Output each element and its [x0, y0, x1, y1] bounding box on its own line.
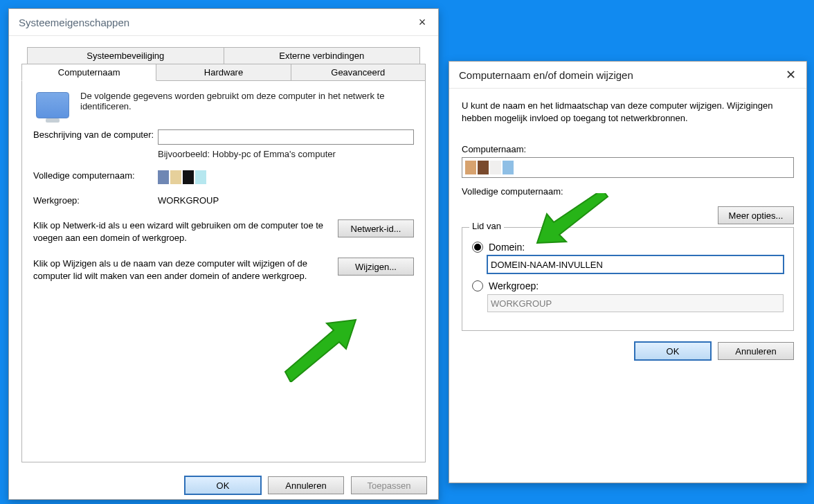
titlebar: Systeemeigenschappen × — [9, 9, 438, 36]
tab-body: De volgende gegevens worden gebruikt om … — [21, 81, 426, 462]
radio-workgroup[interactable]: Werkgroep: — [472, 280, 784, 291]
ok-button[interactable]: OK — [185, 476, 261, 494]
description-input[interactable] — [158, 129, 414, 145]
label-description: Beschrijving van de computer: — [33, 129, 158, 140]
cancel-button[interactable]: Annuleren — [268, 476, 344, 494]
svg-marker-0 — [285, 320, 356, 382]
system-properties-dialog: Systeemeigenschappen × Systeembeveiligin… — [8, 8, 439, 500]
computer-name-input[interactable] — [462, 157, 794, 178]
close-icon[interactable]: × — [412, 15, 433, 30]
close-icon[interactable]: ✕ — [780, 67, 801, 82]
network-id-button[interactable]: Netwerk-id... — [338, 219, 414, 237]
redacted-computer-name — [465, 161, 514, 174]
intro-text: U kunt de naam en het lidmaatschap van d… — [462, 100, 794, 125]
change-button[interactable]: Wijzigen... — [338, 258, 414, 276]
group-legend: Lid van — [469, 221, 504, 231]
titlebar: Computernaam en/of domein wijzigen ✕ — [449, 62, 806, 89]
workgroup-input[interactable] — [487, 294, 784, 312]
member-of-group: Lid van Domein: Werkgroep: — [462, 227, 794, 331]
intro-text: De volgende gegevens worden gebruikt om … — [80, 91, 414, 118]
more-options-button[interactable]: Meer opties... — [718, 206, 794, 224]
computer-icon — [36, 92, 69, 118]
tab-system-protection[interactable]: Systeembeveiliging — [27, 47, 224, 64]
text-change: Klik op Wijzigen als u de naam van deze … — [33, 258, 325, 282]
domain-input[interactable] — [487, 255, 784, 273]
tab-computer-name[interactable]: Computernaam — [21, 64, 156, 81]
radio-domain[interactable]: Domein: — [472, 242, 784, 253]
window-title: Computernaam en/of domein wijzigen — [459, 69, 633, 81]
tab-remote[interactable]: Externe verbindingen — [224, 47, 421, 64]
description-hint: Bijvoorbeeld: Hobby-pc of Emma's compute… — [158, 149, 414, 159]
radio-workgroup-label: Werkgroep: — [489, 280, 539, 291]
apply-button[interactable]: Toepassen — [351, 476, 427, 494]
tab-advanced[interactable]: Geavanceerd — [291, 64, 426, 81]
redacted-computer-name — [158, 170, 414, 184]
workgroup-value: WORKGROUP — [158, 195, 414, 206]
cancel-button[interactable]: Annuleren — [718, 342, 794, 360]
radio-domain-label: Domein: — [489, 242, 525, 253]
label-workgroup: Werkgroep: — [33, 195, 158, 206]
ok-button[interactable]: OK — [635, 342, 711, 360]
text-networkid: Klik op Netwerk-id als u een wizard wilt… — [33, 219, 325, 244]
tab-hardware[interactable]: Hardware — [156, 64, 291, 81]
annotation-arrow-icon — [257, 306, 361, 382]
label-computer-name: Computernaam: — [462, 144, 794, 154]
window-title: Systeemeigenschappen — [19, 17, 129, 28]
label-full-computer-name: Volledige computernaam: — [33, 170, 158, 181]
tab-strip: Systeembeveiliging Externe verbindingen … — [21, 47, 426, 81]
computer-name-domain-change-dialog: Computernaam en/of domein wijzigen ✕ U k… — [449, 61, 807, 483]
label-full-computer-name: Volledige computernaam: — [462, 186, 794, 197]
